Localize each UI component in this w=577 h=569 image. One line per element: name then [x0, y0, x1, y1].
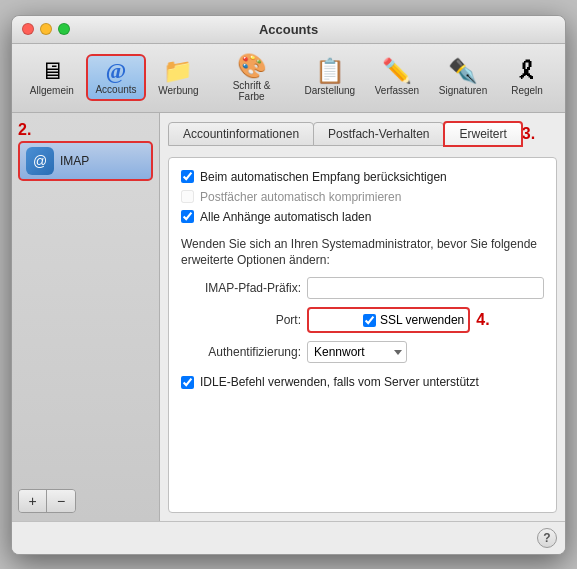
regeln-label: Regeln [511, 85, 543, 96]
tab-accountinfo-label: Accountinformationen [183, 127, 299, 141]
right-panel: Accountinformationen Postfach-Verhalten … [160, 113, 565, 521]
admin-note: Wenden Sie sich an Ihren Systemadministr… [181, 236, 544, 270]
add-account-button[interactable]: + [19, 490, 47, 512]
accounts-label: Accounts [95, 84, 136, 95]
toolbar-item-verfassen[interactable]: ✏️ Verfassen [367, 55, 427, 100]
tab-erweitert[interactable]: Erweitert [443, 121, 522, 147]
titlebar: Accounts [12, 16, 565, 44]
allgemein-label: Allgemein [30, 85, 74, 96]
tab-bar: Accountinformationen Postfach-Verhalten … [168, 121, 557, 147]
minimize-button[interactable] [40, 23, 52, 35]
accounts-window: Accounts 🖥 Allgemein @ Accounts 📁 Werbun… [11, 15, 566, 555]
auto-empfang-checkbox[interactable] [181, 170, 194, 183]
imap-path-input[interactable] [307, 277, 544, 299]
sidebar-number: 2. [18, 121, 153, 139]
werbung-label: Werbung [158, 85, 198, 96]
sidebar-buttons: + − [18, 489, 76, 513]
port-input-wrapper: 993 SSL verwenden [307, 307, 470, 333]
sidebar-account-item[interactable]: @ IMAP [18, 141, 153, 181]
toolbar-item-darstellung[interactable]: 📋 Darstellung [297, 55, 363, 100]
port-row: Port: 993 SSL verwenden 4. [181, 307, 544, 333]
schrift-icon: 🎨 [237, 54, 267, 78]
regeln-icon: 🎗 [515, 59, 539, 83]
bottom-bar: ? [12, 521, 565, 554]
help-button[interactable]: ? [537, 528, 557, 548]
auth-label: Authentifizierung: [181, 345, 301, 359]
toolbar-item-regeln[interactable]: 🎗 Regeln [499, 55, 555, 100]
idle-checkbox[interactable] [181, 376, 194, 389]
close-button[interactable] [22, 23, 34, 35]
darstellung-icon: 📋 [315, 59, 345, 83]
checkbox-row-3: Alle Anhänge automatisch laden [181, 210, 544, 224]
checkbox-row-2: Postfächer automatisch komprimieren [181, 190, 544, 204]
anhaenge-laden-checkbox[interactable] [181, 210, 194, 223]
main-content: 2. @ IMAP + − Accountinformationen [12, 113, 565, 521]
darstellung-label: Darstellung [304, 85, 355, 96]
signaturen-icon: ✒️ [448, 59, 478, 83]
verfassen-label: Verfassen [375, 85, 419, 96]
auth-row: Authentifizierung: Kennwort MD5 NTLM Ker… [181, 341, 544, 363]
imap-path-label: IMAP-Pfad-Präfix: [181, 281, 301, 295]
toolbar-item-allgemein[interactable]: 🖥 Allgemein [22, 55, 82, 100]
tab-postfach[interactable]: Postfach-Verhalten [313, 122, 444, 146]
toolbar-item-accounts[interactable]: @ Accounts [86, 54, 147, 101]
anhaenge-laden-label: Alle Anhänge automatisch laden [200, 210, 371, 224]
tab-number3: 3. [522, 125, 535, 143]
sidebar: 2. @ IMAP + − [12, 113, 160, 521]
sidebar-spacer [18, 181, 153, 489]
imap-path-row: IMAP-Pfad-Präfix: [181, 277, 544, 299]
remove-account-button[interactable]: − [47, 490, 75, 512]
maximize-button[interactable] [58, 23, 70, 35]
port-label: Port: [181, 313, 301, 327]
auth-select[interactable]: Kennwort MD5 NTLM Kerberos [307, 341, 407, 363]
tab-accountinfo[interactable]: Accountinformationen [168, 122, 314, 146]
allgemein-icon: 🖥 [40, 59, 64, 83]
toolbar-item-schrift[interactable]: 🎨 Schrift & Farbe [210, 50, 292, 106]
checkbox-row-1: Beim automatischen Empfang berücksichtig… [181, 170, 544, 184]
accounts-icon: @ [106, 60, 126, 82]
traffic-lights [22, 23, 70, 35]
postfach-komprimieren-label: Postfächer automatisch komprimieren [200, 190, 401, 204]
content-area: Beim automatischen Empfang berücksichtig… [168, 157, 557, 513]
port-input[interactable]: 993 [313, 310, 363, 330]
toolbar-item-werbung[interactable]: 📁 Werbung [150, 55, 206, 100]
schrift-label: Schrift & Farbe [218, 80, 284, 102]
signaturen-label: Signaturen [439, 85, 487, 96]
toolbar: 🖥 Allgemein @ Accounts 📁 Werbung 🎨 Schri… [12, 44, 565, 113]
verfassen-icon: ✏️ [382, 59, 412, 83]
idle-row: IDLE-Befehl verwenden, falls vom Server … [181, 375, 544, 389]
tab-erweitert-label: Erweitert [459, 127, 506, 141]
imap-icon: @ [26, 147, 54, 175]
window-title: Accounts [259, 22, 318, 37]
ssl-checkbox[interactable] [363, 314, 376, 327]
postfach-komprimieren-checkbox[interactable] [181, 190, 194, 203]
sidebar-account-label: IMAP [60, 154, 89, 168]
ssl-checkbox-group: SSL verwenden [363, 313, 464, 327]
port-number4: 4. [476, 311, 489, 329]
idle-label: IDLE-Befehl verwenden, falls vom Server … [200, 375, 479, 389]
tab-postfach-label: Postfach-Verhalten [328, 127, 429, 141]
ssl-label: SSL verwenden [380, 313, 464, 327]
auto-empfang-label: Beim automatischen Empfang berücksichtig… [200, 170, 447, 184]
werbung-icon: 📁 [163, 59, 193, 83]
toolbar-item-signaturen[interactable]: ✒️ Signaturen [431, 55, 495, 100]
